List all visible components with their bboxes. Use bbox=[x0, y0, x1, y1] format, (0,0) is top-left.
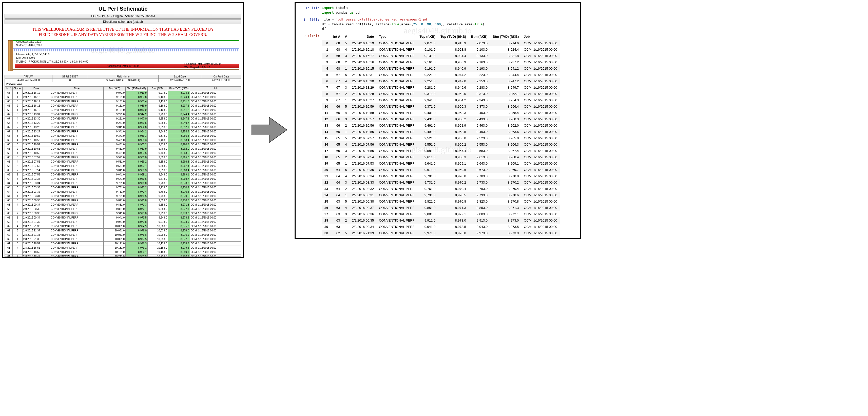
table-row: 6612/9/2016 10:55CONVENTIONAL PERF9,491.… bbox=[5, 151, 241, 155]
table-row: 6652/9/2016 10:59CONVENTIONAL PERF9,371.… bbox=[5, 134, 241, 138]
table-row: 6632/9/2016 10:57CONVENTIONAL PERF9,431.… bbox=[5, 142, 241, 147]
perforations-heading: Perforations bbox=[5, 82, 241, 86]
pdf-warning: THIS WELLBORE DIAGRAM IS REFLECTIVE OF T… bbox=[5, 24, 241, 39]
perf-header: Job bbox=[190, 86, 241, 91]
table-row: 6812/9/2016 16:15CONVENTIONAL PERF9,191.… bbox=[5, 108, 241, 112]
perforations-table: Int #Cluster #DateTypeTop (ftKB)Top (TVD… bbox=[5, 86, 241, 257]
table-row: 6832/9/2016 16:17CONVENTIONAL PERF9,131.… bbox=[5, 99, 241, 103]
table-row: 6722/9/2016 13:28CONVENTIONAL PERF9,311.… bbox=[5, 125, 241, 129]
table-row: 6532/9/2016 07:55CONVENTIONAL PERF9,581.… bbox=[5, 164, 241, 168]
df-row: 206452/9/2016 03:35CONVENTIONAL PERF9,67… bbox=[322, 167, 560, 173]
lbl-surface: Surface; 120.0-1,859.0 bbox=[16, 44, 42, 46]
pdf-subtitle-2: Directional schematic (actual) bbox=[5, 19, 241, 24]
df-header: Top (TVD) (ftKB) bbox=[438, 33, 469, 40]
df-row: 156552/9/2016 07:57CONVENTIONAL PERF9,52… bbox=[322, 135, 560, 141]
perf-header: Btm (TVD) (ftKB) bbox=[168, 86, 190, 91]
in-prompt-1: In [1]: bbox=[298, 6, 322, 15]
table-row: 6732/9/2016 13:29CONVENTIONAL PERF9,281.… bbox=[5, 121, 241, 125]
df-row: 246412/9/2016 03:31CONVENTIONAL PERF9,79… bbox=[322, 192, 560, 198]
meta-header: Spud Date bbox=[158, 75, 201, 78]
code-1: import tabula import pandas as pd bbox=[322, 6, 360, 15]
df-row: 266342/9/2016 00:37CONVENTIONAL PERF9,85… bbox=[322, 204, 560, 211]
lbl-tubing: TUBING - PRODUCTION; 2 7/8; 26.0-8,897.4… bbox=[16, 60, 89, 63]
df-row: 46812/9/2016 16:15CONVENTIONAL PERF9,191… bbox=[322, 65, 560, 72]
table-row: 6822/9/2016 16:16CONVENTIONAL PERF9,161.… bbox=[5, 103, 241, 108]
df-row: 286322/9/2016 00:35CONVENTIONAL PERF9,91… bbox=[322, 217, 560, 224]
perf-header: Type bbox=[50, 86, 103, 91]
table-row: 6842/9/2016 16:18CONVENTIONAL PERF9,101.… bbox=[5, 95, 241, 99]
lbl-plugback: Plug Back Total Depth; 19,340.0 bbox=[184, 63, 221, 65]
table-row: 6152/8/2016 18:52CONVENTIONAL PERF10,121… bbox=[5, 241, 241, 246]
table-row: 6752/9/2016 13:31CONVENTIONAL PERF9,221.… bbox=[5, 112, 241, 117]
df-row: 116642/9/2016 10:58CONVENTIONAL PERF9,40… bbox=[322, 109, 560, 116]
wellbore-diagram: aegis4048.github.io Conductor; 26.0-120.… bbox=[5, 39, 241, 75]
df-row: 216442/9/2016 03:34CONVENTIONAL PERF9,70… bbox=[322, 173, 560, 179]
df-row: 66742/9/2016 13:30CONVENTIONAL PERF9,251… bbox=[322, 78, 560, 84]
perf-header: Top (ftKB) bbox=[103, 86, 126, 91]
meta-header: Field Name bbox=[88, 75, 158, 78]
table-row: 6552/9/2016 07:57CONVENTIONAL PERF9,521.… bbox=[5, 155, 241, 160]
perf-header: Int # bbox=[5, 86, 13, 91]
code-16: file = 'pdf_parsing/lattice-pioneer-surv… bbox=[322, 17, 485, 32]
lbl-production: Production; 8,140.0-19,441.0 bbox=[106, 65, 138, 67]
df-row: 146612/9/2016 10:55CONVENTIONAL PERF9,49… bbox=[322, 129, 560, 135]
df-row: 226432/9/2016 03:33CONVENTIONAL PERF9,73… bbox=[322, 179, 560, 186]
table-row: 6442/9/2016 03:34CONVENTIONAL PERF9,701.… bbox=[5, 181, 241, 185]
df-header: Top (ftKB) bbox=[417, 33, 438, 40]
table-row: 6742/9/2016 13:30CONVENTIONAL PERF9,251.… bbox=[5, 117, 241, 121]
table-row: 6412/9/2016 03:31CONVENTIONAL PERF9,791.… bbox=[5, 194, 241, 198]
df-row: 06852/9/2016 16:19CONVENTIONAL PERF9,071… bbox=[322, 40, 560, 46]
table-row: 6352/9/2016 00:38CONVENTIONAL PERF9,821.… bbox=[5, 198, 241, 202]
table-row: 6252/8/2016 21:39CONVENTIONAL PERF9,971.… bbox=[5, 220, 241, 224]
meta-table: API/UWIST REG DISTField NameSpud DateOn … bbox=[5, 75, 241, 82]
df-row: 166542/9/2016 07:56CONVENTIONAL PERF9,55… bbox=[322, 141, 560, 148]
lbl-conductor: Conductor; 26.0-120.0 bbox=[16, 40, 41, 43]
lbl-intermediate: Intermediate; 1,859.0-8,140.0 bbox=[16, 53, 50, 56]
output-cell-16: Out[16]: Int ##DateTypeTop (ftKB)Top (TV… bbox=[298, 33, 578, 236]
table-row: 6142/8/2016 18:51CONVENTIONAL PERF10,151… bbox=[5, 246, 241, 250]
df-row: 126632/9/2016 10:57CONVENTIONAL PERF9,43… bbox=[322, 116, 560, 122]
meta-header: On Prod Date bbox=[201, 75, 241, 78]
df-row: 36822/9/2016 16:16CONVENTIONAL PERF9,161… bbox=[322, 59, 560, 65]
df-row: 96712/9/2016 13:27CONVENTIONAL PERF9,341… bbox=[322, 97, 560, 103]
table-row: 6122/8/2016 18:49CONVENTIONAL PERF10,211… bbox=[5, 254, 241, 257]
table-row: 6342/9/2016 00:37CONVENTIONAL PERF9,851.… bbox=[5, 202, 241, 207]
df-row: 276332/9/2016 00:36CONVENTIONAL PERF9,88… bbox=[322, 211, 560, 217]
df-header: Btm (ftKB) bbox=[469, 33, 490, 40]
df-header: Job bbox=[521, 33, 560, 40]
table-row: 6242/8/2016 21:38CONVENTIONAL PERF10,001… bbox=[5, 224, 241, 228]
jupyter-notebook: aegis4048.github.io aegis4048.github.io … bbox=[294, 2, 581, 239]
perf-header: Cluster # bbox=[13, 86, 22, 91]
df-header: Int # bbox=[331, 33, 342, 40]
df-row: 186522/9/2016 07:54CONVENTIONAL PERF9,61… bbox=[322, 154, 560, 160]
pdf-title: UL Perf Schematic bbox=[5, 5, 241, 13]
table-row: 6522/9/2016 07:54CONVENTIONAL PERF9,611.… bbox=[5, 168, 241, 172]
df-row: 56752/9/2016 13:31CONVENTIONAL PERF9,221… bbox=[322, 72, 560, 78]
table-row: 6622/9/2016 10:56CONVENTIONAL PERF9,461.… bbox=[5, 147, 241, 151]
table-row: 6222/8/2016 21:36CONVENTIONAL PERF10,061… bbox=[5, 233, 241, 237]
df-header: Date bbox=[349, 33, 376, 40]
code-cell-16[interactable]: In [16]: file = 'pdf_parsing/lattice-pio… bbox=[298, 17, 578, 32]
df-row: 136622/9/2016 10:56CONVENTIONAL PERF9,46… bbox=[322, 122, 560, 129]
df-header bbox=[322, 33, 331, 40]
table-row: 6642/9/2016 10:58CONVENTIONAL PERF9,401.… bbox=[5, 138, 241, 142]
dataframe-output: Int ##DateTypeTop (ftKB)Top (TVD) (ftKB)… bbox=[322, 33, 560, 236]
table-row: 6332/9/2016 00:36CONVENTIONAL PERF9,881.… bbox=[5, 207, 241, 211]
table-row: 6432/9/2016 03:33CONVENTIONAL PERF9,731.… bbox=[5, 185, 241, 190]
df-row: 176532/9/2016 07:55CONVENTIONAL PERF9,58… bbox=[322, 148, 560, 154]
meta-value: 12/12/2014 18:30 bbox=[158, 78, 201, 82]
arrow-icon bbox=[251, 116, 287, 144]
perf-header: Date bbox=[22, 86, 50, 91]
df-row: 106652/9/2016 10:59CONVENTIONAL PERF9,37… bbox=[322, 103, 560, 109]
perf-header: Top (TVD) (ftKB) bbox=[126, 86, 148, 91]
code-cell-1[interactable]: In [1]: import tabula import pandas as p… bbox=[298, 6, 578, 15]
meta-header: ST REG DIST bbox=[53, 75, 88, 78]
table-row: 6312/9/2016 00:34CONVENTIONAL PERF9,941.… bbox=[5, 216, 241, 220]
table-row: 6452/9/2016 03:35CONVENTIONAL PERF9,671.… bbox=[5, 177, 241, 181]
lbl-kickoff: Kick Off; 8,209.0 bbox=[16, 57, 35, 59]
meta-value: SPRABERRY (TREND AREA) bbox=[88, 78, 158, 82]
pdf-document: UL Perf Schematic HORIZONTAL - Original,… bbox=[2, 2, 244, 258]
df-row: 196512/9/2016 07:53CONVENTIONAL PERF9,64… bbox=[322, 160, 560, 167]
table-row: 6512/9/2016 07:53CONVENTIONAL PERF9,641.… bbox=[5, 172, 241, 177]
df-header: Type bbox=[376, 33, 417, 40]
